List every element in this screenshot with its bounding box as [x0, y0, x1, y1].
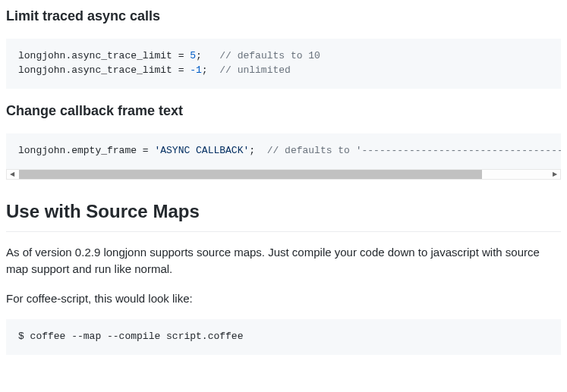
code-text: ; [202, 64, 219, 76]
code-block-wrap: longjohn.empty_frame = 'ASYNC CALLBACK';… [6, 133, 561, 180]
code-text: ; [249, 145, 266, 156]
scrollbar-thumb[interactable] [19, 170, 482, 179]
scroll-left-arrow-icon[interactable]: ◀ [7, 170, 17, 179]
code-number: -1 [190, 64, 202, 76]
code-text: longjohn.async_trace_limit = [18, 50, 190, 61]
code-number: 5 [190, 50, 196, 61]
code-comment: // defaults to '------------------------… [267, 145, 561, 156]
code-block-coffee: $ coffee --map --compile script.coffee [6, 319, 561, 355]
code-text: longjohn.async_trace_limit = [18, 64, 190, 76]
code-text: ; [196, 50, 219, 61]
paragraph-source-maps-1: As of version 0.2.9 longjonn supports so… [6, 244, 561, 278]
heading-limit-traced: Limit traced async calls [6, 6, 561, 27]
code-text: longjohn.empty_frame = [18, 145, 154, 156]
heading-change-callback: Change callback frame text [6, 101, 561, 121]
code-comment: // defaults to 10 [219, 50, 320, 61]
scroll-right-arrow-icon[interactable]: ▶ [550, 170, 560, 179]
paragraph-source-maps-2: For coffee-script, this would look like: [6, 290, 561, 308]
code-comment: // unlimited [219, 64, 291, 76]
heading-source-maps: Use with Source Maps [6, 198, 561, 232]
code-block-limit: longjohn.async_trace_limit = 5; // defau… [6, 39, 561, 89]
code-string: 'ASYNC CALLBACK' [154, 145, 249, 156]
code-block-callback: longjohn.empty_frame = 'ASYNC CALLBACK';… [6, 133, 561, 169]
horizontal-scrollbar[interactable]: ◀ ▶ [6, 169, 561, 180]
